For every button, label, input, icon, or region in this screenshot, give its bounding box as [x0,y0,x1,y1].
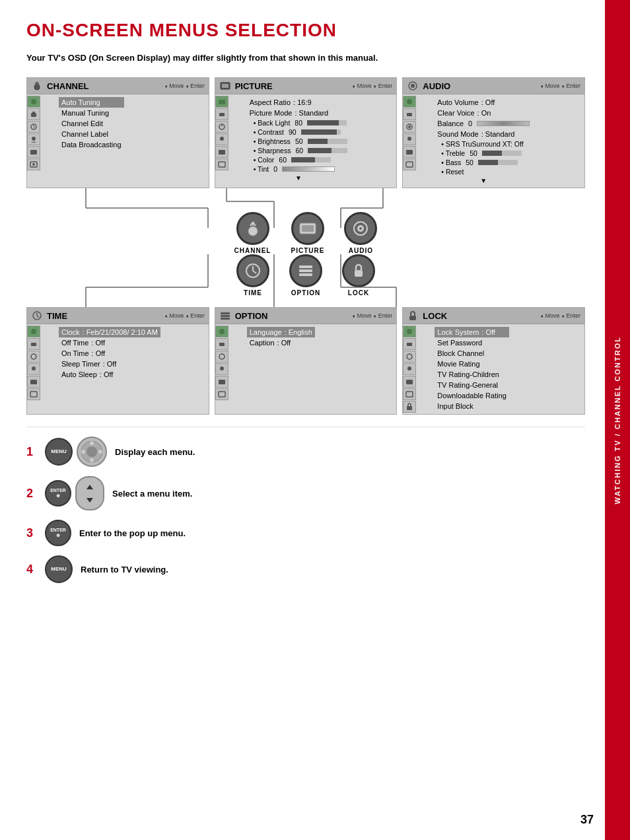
time-panel: TIME ⬧ Move ⬧ Enter Clock [26,307,209,415]
svg-point-93 [90,441,94,445]
time-ontime[interactable]: On Time : Off [59,348,160,359]
channel-item-0-label: Auto Tuning [61,98,122,106]
picture-brightness[interactable]: • Brightness 50 [247,137,350,146]
picture-mode-label: Picture Mode [250,109,293,117]
time-panel-header: TIME ⬧ Move ⬧ Enter [27,308,209,324]
step-2-nav[interactable] [75,476,104,510]
channel-panel-nav: ⬧ Move ⬧ Enter [164,83,205,89]
svg-rect-73 [30,392,37,397]
picture-sharpness[interactable]: • Sharpness 60 [247,146,350,155]
channel-panel-header: CHANNEL ⬧ Move ⬧ Enter [27,78,209,94]
picture-aspect[interactable]: Aspect Ratio : 16:9 [247,97,350,108]
picture-panel-content: Aspect Ratio : 16:9 Picture Mode : Stand… [244,94,353,185]
time-icon [31,310,43,322]
time-offtime[interactable]: Off Time : Off [59,337,160,348]
audio-icon-btn[interactable]: AUDIO [344,212,377,254]
picture-mode[interactable]: Picture Mode : Standard [247,108,350,118]
picture-tint-label: • Tint [254,165,269,173]
svg-rect-26 [407,113,412,116]
l-side-3 [403,351,416,363]
down-arrow[interactable] [87,498,93,503]
middle-connector-area: CHANNEL PICTURE AUDIO [26,188,585,254]
lock-blockchannel[interactable]: Block Channel [435,348,509,359]
treble-bar [482,151,522,156]
l-side-7 [403,401,416,413]
picture-contrast[interactable]: • Contrast 90 [247,127,350,137]
svg-point-28 [408,125,411,128]
svg-rect-6 [32,112,35,114]
svg-line-67 [37,316,39,318]
audio-autovolume[interactable]: Auto Volume : Off [435,97,532,108]
picture-color[interactable]: • Color 60 [247,155,350,164]
audio-icon-circle[interactable] [344,212,377,245]
svg-point-84 [407,329,412,334]
audio-bass-val: 50 [466,158,473,166]
t-side-4 [27,363,40,375]
time-sleep-val: : Off [103,360,117,368]
svg-rect-15 [222,84,228,88]
time-clock[interactable]: Clock : Feb/21/2008/ 2:10 AM [59,327,160,337]
step-4-menu-btn[interactable]: MENU [45,555,73,583]
step-1-menu-btn[interactable]: MENU [45,438,73,466]
channel-menu-item-4[interactable]: Data Broadcasting [59,139,124,150]
step-1-dial[interactable] [77,437,107,467]
svg-rect-46 [302,225,314,232]
lock-tvrating-general[interactable]: TV Rating-General [435,380,509,390]
pic-side-4 [215,133,228,145]
audio-bass[interactable]: • Bass 50 [435,158,532,167]
picture-icon-circle[interactable] [291,212,324,245]
pic-side-6 [215,158,228,170]
aud-side-6 [403,158,416,170]
side-icon-5 [27,146,40,158]
svg-rect-16 [219,100,225,104]
lock-inputblock-label: Input Block [437,402,473,410]
option-panel-title: OPTION [235,311,349,321]
sharpness-bar [308,148,347,153]
lock-movierating[interactable]: Movie Rating [435,359,509,369]
channel-menu-item-0[interactable]: Auto Tuning [59,97,124,108]
option-panel-header: OPTION ⬧ Move ⬧ Enter [215,308,397,324]
lock-tvrating-children[interactable]: TV Rating-Children [435,369,509,380]
o-side-2 [215,338,228,350]
time-sleep[interactable]: Sleep Timer : Off [59,359,160,369]
audio-treble[interactable]: • Treble 50 [435,149,532,158]
step-2-buttons: ENTER⊕ [45,476,104,510]
audio-clearvoice[interactable]: Clear Voice : On [435,108,532,118]
picture-aspect-value: : 16:9 [293,98,312,106]
option-language[interactable]: Language : English [247,327,315,337]
up-arrow[interactable] [87,485,93,489]
option-caption[interactable]: Caption : Off [247,337,315,348]
lock-panel: LOCK ⬧ Move ⬧ Enter L [402,307,585,415]
color-bar [291,157,331,162]
channel-menu-item-2[interactable]: Channel Edit [59,118,124,129]
lock-system-label: Lock System [437,328,479,336]
audio-balance[interactable]: Balance 0 [435,118,532,129]
picture-icon-btn[interactable]: PICTURE [291,212,324,254]
step-3-enter-btn[interactable]: ENTER⊕ [45,520,71,546]
picture-panel-title: PICTURE [235,81,349,91]
picture-backlight[interactable]: • Back Light 80 [247,118,350,127]
picture-tint[interactable]: • Tint 0 [247,164,350,174]
svg-rect-21 [219,150,225,155]
picture-brightness-val: 50 [295,137,303,145]
bottom-icon-area: TIME OPTION LOCK [26,254,585,307]
step-2-number: 2 [26,487,37,501]
lock-password[interactable]: Set Password [435,337,509,348]
channel-icon-btn[interactable]: CHANNEL [234,212,271,254]
channel-menu-item-1[interactable]: Manual Tuning [59,108,124,118]
audio-srs-label: • SRS TruSurround XT: Off [441,140,523,148]
lock-movierating-label: Movie Rating [437,360,479,368]
svg-rect-76 [221,318,230,320]
audio-srs[interactable]: • SRS TruSurround XT: Off [435,139,532,149]
aud-side-4 [403,133,416,145]
channel-icon-circle[interactable] [236,212,269,245]
time-autosleep[interactable]: Auto Sleep : Off [59,369,160,380]
lock-inputblock[interactable]: Input Block [435,401,509,411]
audio-reset[interactable]: • Reset [435,167,532,176]
audio-soundmode[interactable]: Sound Mode : Standard [435,129,532,139]
channel-menu-item-3[interactable]: Channel Label [59,129,124,139]
step-2-enter-btn[interactable]: ENTER⊕ [45,480,71,507]
audio-treble-label: • Treble [441,149,465,157]
lock-system[interactable]: Lock System : Off [435,327,509,337]
lock-downloadable[interactable]: Downloadable Rating [435,390,509,401]
